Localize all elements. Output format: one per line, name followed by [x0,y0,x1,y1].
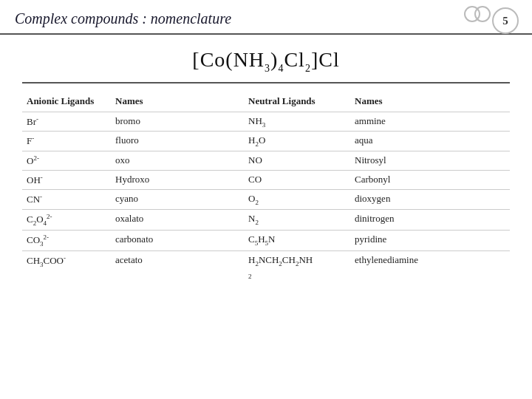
neutral-ligand-cell: C5H5N [244,230,350,250]
neutral-name-cell: pyridine [350,230,510,250]
anionic-ligand-cell: C2O42- [22,210,111,231]
table-row: F-fluoroH2Oaqua [22,132,510,151]
circles-decoration [464,6,491,22]
page-title: Complex compounds : nomenclature [15,10,231,27]
neutral-ligand-cell: CO [244,171,350,190]
col-header-neutral-ligands: Neutral Ligands [244,92,350,112]
neutral-name-cell: dioxygen [350,190,510,210]
anionic-ligand-cell: OH- [22,171,111,190]
col-header-anionic-ligands: Anionic Ligands [22,92,111,112]
col-header-names-1: Names [111,92,244,112]
table-row: OH-HydroxoCOCarbonyl [22,171,510,190]
table-row: Br-bromoNH3ammine [22,112,510,132]
anionic-name-cell: Hydroxo [111,171,244,190]
header: Complex compounds : nomenclature [0,0,532,35]
anionic-name-cell: bromo [111,112,244,132]
neutral-name-cell: Carbonyl [350,171,510,190]
anionic-ligand-cell: O2- [22,151,111,170]
neutral-ligand-cell: NO [244,151,350,170]
table-row: CO32-carbonatoC5H5Npyridine [22,230,510,250]
neutral-ligand-cell: O2 [244,190,350,210]
anionic-ligand-cell: CO32- [22,230,111,250]
ligands-table: Anionic Ligands Names Neutral Ligands Na… [22,92,510,283]
neutral-name-cell: ammine [350,112,510,132]
anionic-name-cell: fluoro [111,132,244,151]
neutral-ligand-cell: H2NCH2CH2NH2 [244,250,350,283]
anionic-name-cell: oxo [111,151,244,170]
anionic-ligand-cell: CN- [22,190,111,210]
complex-formula: [Co(NH3)4Cl2]Cl [192,48,339,71]
formula-section: [Co(NH3)4Cl2]Cl [22,35,510,83]
neutral-name-cell: dinitrogen [350,210,510,231]
table-row: O2-oxoNONitrosyl [22,151,510,170]
slide-number: 5 [492,7,519,34]
table-header-row: Anionic Ligands Names Neutral Ligands Na… [22,92,510,112]
circle-right [474,6,491,22]
neutral-ligand-cell: NH3 [244,112,350,132]
neutral-name-cell: aqua [350,132,510,151]
neutral-name-cell: Nitrosyl [350,151,510,170]
table-row: C2O42-oxalatoN2dinitrogen [22,210,510,231]
neutral-name-cell: ethylenediamine [350,250,510,283]
table-section: Anionic Ligands Names Neutral Ligands Na… [0,83,532,283]
neutral-ligand-cell: N2 [244,210,350,231]
anionic-ligand-cell: F- [22,132,111,151]
table-row: CN-cyanoO2dioxygen [22,190,510,210]
anionic-name-cell: oxalato [111,210,244,231]
col-header-names-2: Names [350,92,510,112]
neutral-ligand-cell: H2O [244,132,350,151]
table-row: CH3COO-acetatoH2NCH2CH2NH2ethylenediamin… [22,250,510,283]
anionic-name-cell: cyano [111,190,244,210]
anionic-ligand-cell: CH3COO- [22,250,111,283]
anionic-ligand-cell: Br- [22,112,111,132]
anionic-name-cell: carbonato [111,230,244,250]
anionic-name-cell: acetato [111,250,244,283]
